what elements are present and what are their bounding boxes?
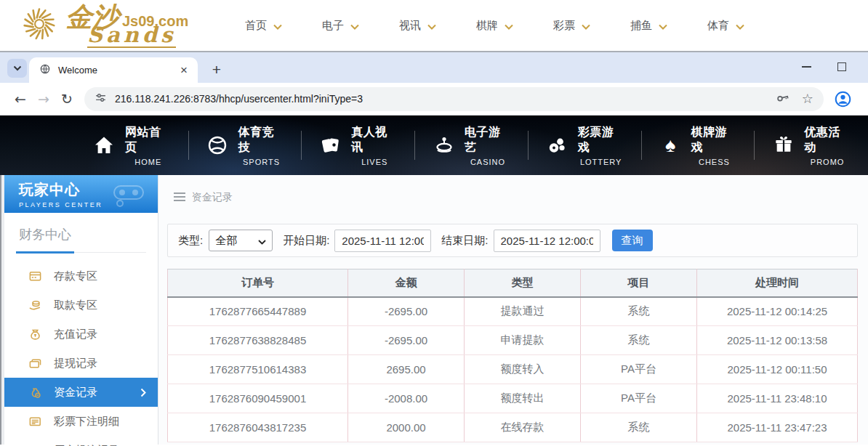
time-cell: 2025-11-11 23:48:10 bbox=[697, 384, 858, 413]
type-select-value: 全部 bbox=[215, 234, 237, 248]
game-nav-lives[interactable]: 真人视讯LIVES bbox=[302, 128, 415, 163]
bookmark-star-icon[interactable]: ☆ bbox=[802, 91, 813, 107]
game-nav-en: CHESS bbox=[699, 158, 730, 166]
top-nav-label: 棋牌 bbox=[476, 19, 498, 33]
sidebar-item-funds-records[interactable]: 资金记录 bbox=[4, 378, 158, 407]
logo-script: Sands bbox=[87, 25, 176, 48]
reload-button[interactable]: ↻ bbox=[55, 91, 79, 107]
list-lines-icon bbox=[28, 444, 42, 446]
header-amount: 金额 bbox=[348, 269, 465, 297]
amount-cell: 2000.00 bbox=[348, 413, 465, 442]
site-settings-icon[interactable] bbox=[95, 92, 107, 107]
end-date-input[interactable] bbox=[494, 230, 600, 252]
table-row: 1762877510614383 2695.00 额度转入 PA平台 2025-… bbox=[168, 355, 858, 384]
time-cell: 2025-11-12 00:11:50 bbox=[697, 355, 858, 384]
header-process-time: 处理时间 bbox=[697, 269, 858, 297]
gamepad-icon bbox=[111, 180, 149, 212]
top-nav-item-chess[interactable]: 棋牌 bbox=[476, 19, 513, 33]
forward-button[interactable]: → bbox=[32, 91, 55, 107]
top-nav-label: 捕鱼 bbox=[630, 19, 652, 33]
sidebar-item-label: 提现记录 bbox=[54, 357, 97, 370]
order-id-cell: 1762877510614383 bbox=[168, 355, 348, 384]
type-cell: 提款通过 bbox=[465, 297, 581, 326]
top-nav-item-fishing[interactable]: 捕鱼 bbox=[630, 19, 667, 33]
top-nav-item-sports[interactable]: 体育 bbox=[707, 19, 744, 33]
browser-toolbar: ← → ↻ 216.118.241.226:8783/hhcp/usercent… bbox=[0, 83, 868, 115]
gift-icon bbox=[772, 135, 795, 155]
top-nav-item-home[interactable]: 首页 bbox=[245, 19, 282, 33]
spade-icon: ♠ bbox=[659, 136, 682, 155]
type-select[interactable]: 全部 bbox=[209, 230, 273, 251]
sidebar-item-label: 彩票下注明细 bbox=[54, 415, 119, 429]
order-id-cell: 1762877665447889 bbox=[168, 297, 348, 326]
end-date-label: 结束日期: bbox=[441, 234, 488, 248]
sidebar-item-lottery-bet-details[interactable]: 彩票下注明细 bbox=[4, 407, 158, 436]
chevron-down-icon bbox=[350, 20, 359, 32]
basketball-icon bbox=[206, 135, 229, 155]
chevron-down-icon bbox=[258, 235, 266, 247]
game-nav-sports[interactable]: 体育竞技SPORTS bbox=[189, 128, 302, 163]
back-button[interactable]: ← bbox=[9, 91, 32, 107]
top-nav-label: 电子 bbox=[322, 19, 344, 33]
tab-title: Welcome bbox=[58, 65, 177, 76]
profile-avatar-icon[interactable] bbox=[834, 90, 852, 108]
hand-coins-icon bbox=[28, 299, 42, 312]
type-cell: 额度转出 bbox=[465, 384, 581, 413]
game-nav-promo[interactable]: 优惠活动PROMO bbox=[755, 128, 868, 163]
order-id-cell: 1762876043817235 bbox=[168, 413, 348, 442]
top-nav: 首页 电子 视讯 棋牌 彩票 捕鱼 bbox=[245, 19, 744, 33]
password-key-icon[interactable] bbox=[775, 90, 790, 108]
chevron-down-icon bbox=[736, 20, 744, 32]
sidebar-menu: 存款专区 取款专区 充值记录 bbox=[4, 261, 158, 446]
minimize-button[interactable] bbox=[802, 66, 811, 68]
chevron-down-icon bbox=[505, 20, 513, 32]
sidebar-item-recharge-records[interactable]: 充值记录 bbox=[4, 320, 158, 349]
game-nav-cn: 彩票游戏 bbox=[578, 125, 624, 155]
game-nav-casino[interactable]: 电子游艺CASINO bbox=[415, 128, 529, 163]
chevron-down-icon bbox=[427, 20, 436, 32]
top-nav-item-slots[interactable]: 电子 bbox=[322, 19, 359, 33]
table-row: 1762877665447889 -2695.00 提款通过 系统 2025-1… bbox=[168, 297, 858, 326]
start-date-label: 开始日期: bbox=[283, 234, 329, 248]
logo-text: 金沙 Js09.com Sands bbox=[65, 4, 188, 48]
browser-tabstrip: Welcome × + bbox=[0, 52, 868, 83]
sidebar-item-deposit-zone[interactable]: 存款专区 bbox=[4, 261, 158, 291]
chevron-down-icon bbox=[13, 65, 22, 71]
start-date-input[interactable] bbox=[334, 230, 431, 252]
game-nav-cn: 真人视讯 bbox=[351, 125, 398, 155]
new-tab-button[interactable]: + bbox=[206, 60, 227, 80]
table-header-row: 订单号 金额 类型 项目 处理时间 bbox=[168, 269, 858, 297]
tab-close-icon[interactable]: × bbox=[177, 64, 190, 77]
sidebar-item-withdraw-zone[interactable]: 取款专区 bbox=[4, 291, 158, 320]
site-header: 金沙 Js09.com Sands 首页 电子 视讯 棋牌 bbox=[0, 0, 868, 51]
header-project: 项目 bbox=[581, 269, 697, 297]
sidebar-item-hall-bet-records[interactable]: 厅室投注记录 bbox=[4, 436, 158, 446]
tab-search-button[interactable] bbox=[7, 59, 27, 78]
project-cell: 系统 bbox=[581, 413, 697, 442]
type-cell: 额度转入 bbox=[465, 355, 581, 384]
top-nav-item-live[interactable]: 视讯 bbox=[399, 19, 436, 33]
game-nav-home[interactable]: 网站首页HOME bbox=[76, 128, 189, 163]
search-button[interactable]: 查询 bbox=[612, 230, 653, 251]
order-id-cell: 1762876090459001 bbox=[168, 384, 348, 413]
game-nav-cn: 体育竞技 bbox=[238, 125, 285, 155]
browser-tab-welcome[interactable]: Welcome × bbox=[29, 57, 198, 83]
sidebar-item-label: 取款专区 bbox=[54, 299, 97, 312]
type-cell: 在线存款 bbox=[465, 413, 581, 442]
address-bar[interactable]: 216.118.241.226:8783/hhcp/usercenter.htm… bbox=[84, 87, 824, 111]
top-nav-item-lottery[interactable]: 彩票 bbox=[553, 19, 590, 33]
amount-cell: -2008.00 bbox=[348, 384, 465, 413]
hamburger-icon[interactable] bbox=[174, 192, 185, 203]
game-nav-en: HOME bbox=[134, 158, 161, 166]
game-nav-lottery[interactable]: 彩票游戏LOTTERY bbox=[529, 128, 642, 163]
game-nav-en: SPORTS bbox=[243, 158, 280, 166]
breadcrumb-label: 资金记录 bbox=[192, 191, 233, 204]
game-nav-chess[interactable]: ♠ 棋牌游戏CHESS bbox=[642, 128, 755, 163]
sidebar-item-withdrawal-records[interactable]: 提现记录 bbox=[4, 349, 158, 378]
funds-table: 订单号 金额 类型 项目 处理时间 1762877665447889 -2695… bbox=[167, 269, 858, 442]
money-bag-icon bbox=[28, 328, 42, 341]
site-logo[interactable]: 金沙 Js09.com Sands bbox=[19, 4, 226, 48]
game-nav-en: LOTTERY bbox=[580, 158, 622, 166]
maximize-button[interactable] bbox=[837, 62, 846, 71]
game-nav-cn: 棋牌游戏 bbox=[691, 125, 738, 155]
